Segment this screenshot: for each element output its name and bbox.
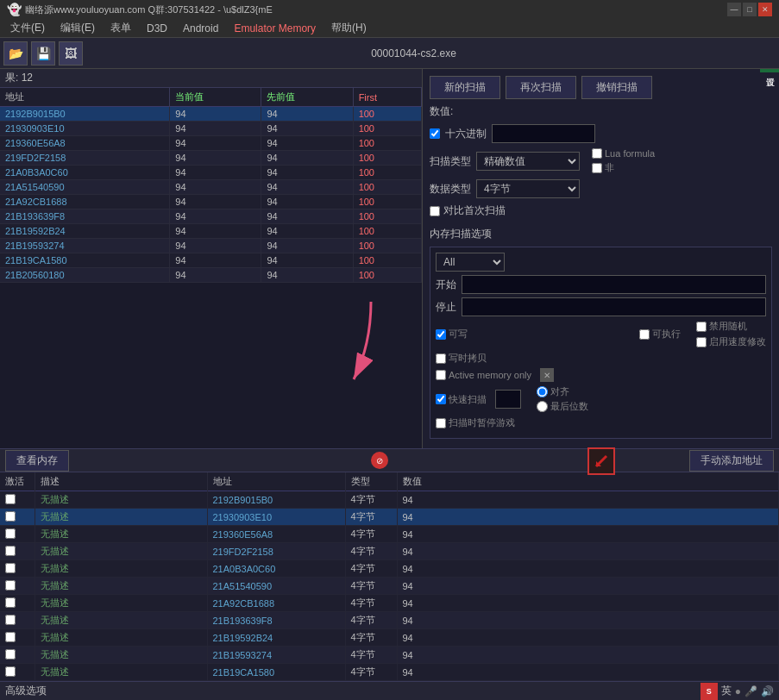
fast-scan-input[interactable]: 4 bbox=[495, 390, 521, 409]
non-label: 非 bbox=[605, 161, 614, 174]
stop-icon[interactable]: ⊘ bbox=[371, 452, 388, 469]
bottom-table-row[interactable]: 无描述 21A92CB1688 4字节 94 bbox=[0, 595, 779, 612]
scan-table-row[interactable]: 219360E56A8 94 94 100 bbox=[0, 136, 422, 151]
copy-write-checkbox[interactable] bbox=[436, 353, 446, 364]
minimize-button[interactable]: — bbox=[727, 3, 741, 16]
compare-first-label: 对比首次扫描 bbox=[443, 203, 506, 218]
view-memory-button[interactable]: 查看内存 bbox=[5, 450, 69, 472]
value-input[interactable]: 94 bbox=[492, 124, 595, 143]
scan-options: Lua formula 非 bbox=[592, 148, 655, 174]
menu-d3d[interactable]: D3D bbox=[140, 21, 174, 36]
maximize-button[interactable]: □ bbox=[743, 3, 757, 16]
pause-scan-checkbox[interactable] bbox=[436, 418, 446, 428]
col-prev: 先前值 bbox=[261, 88, 353, 107]
stop-addr-input[interactable]: 00007fffffffffff bbox=[462, 297, 766, 316]
bottom-table-row[interactable]: 无描述 21B19592B24 4字节 94 bbox=[0, 629, 779, 647]
non-checkbox[interactable] bbox=[592, 163, 602, 173]
title-bar-left: 👻 幽络源www.youluoyuan.com Q群:307531422 - \… bbox=[7, 3, 273, 16]
start-addr-input[interactable]: 0000000000000000 bbox=[462, 275, 766, 294]
menu-emulator-memory[interactable]: Emulator Memory bbox=[227, 21, 323, 36]
scan-table-row[interactable]: 219FD2F2158 94 94 100 bbox=[0, 151, 422, 166]
menu-edit[interactable]: 编辑(E) bbox=[53, 19, 102, 37]
fast-scan-checkbox[interactable] bbox=[436, 394, 446, 404]
status-bar: 高级选项 S 英 ● 🎤 🔊 bbox=[0, 681, 779, 700]
title-bar-text: 幽络源www.youluoyuan.com Q群:307531422 - \u$… bbox=[25, 3, 273, 16]
cancel-scan-button[interactable]: 撤销扫描 bbox=[581, 76, 652, 99]
scan-table-row[interactable]: 2192B9015B0 94 94 100 bbox=[0, 107, 422, 122]
scan-table-row[interactable]: 21B19CA1580 94 94 100 bbox=[0, 253, 422, 268]
advanced-options-label[interactable]: 高级选项 bbox=[5, 684, 47, 698]
toolbar-icon-btn[interactable]: 🖼 bbox=[59, 41, 83, 66]
row-active-checkbox[interactable] bbox=[5, 666, 16, 677]
close-button[interactable]: ✕ bbox=[758, 3, 772, 16]
col-addr: 地址 bbox=[0, 88, 170, 107]
bottom-table-row[interactable]: 无描述 21B19CA1580 4字节 94 bbox=[0, 664, 779, 681]
row-active-checkbox[interactable] bbox=[5, 597, 16, 608]
active-memory-checkbox[interactable] bbox=[436, 370, 446, 380]
row-active-checkbox[interactable] bbox=[5, 649, 16, 659]
settings-tab[interactable]: 设置 bbox=[760, 69, 779, 72]
last-bit-label: 最后位数 bbox=[550, 400, 588, 413]
rescan-button[interactable]: 再次扫描 bbox=[506, 76, 576, 99]
menu-table[interactable]: 表单 bbox=[104, 19, 138, 37]
bottom-table-row[interactable]: 无描述 219360E56A8 4字节 94 bbox=[0, 526, 779, 543]
menu-help[interactable]: 帮助(H) bbox=[324, 19, 374, 37]
bottom-table-row[interactable]: 无描述 219FD2F2158 4字节 94 bbox=[0, 543, 779, 560]
scan-table-row[interactable]: 21A51540590 94 94 100 bbox=[0, 180, 422, 195]
menu-android[interactable]: Android bbox=[176, 21, 225, 36]
col-desc: 描述 bbox=[35, 472, 207, 491]
fast-scan-label: 快速扫描 bbox=[449, 393, 487, 406]
scan-type-row: 扫描类型 精确数值 Lua formula 非 bbox=[430, 148, 772, 174]
lua-checkbox[interactable] bbox=[592, 148, 602, 159]
col-active: 激活 bbox=[0, 472, 35, 491]
row-active-checkbox[interactable] bbox=[5, 632, 16, 642]
compare-first-checkbox[interactable] bbox=[430, 206, 440, 216]
col-val: 数值 bbox=[397, 472, 779, 491]
compare-row: 对比首次扫描 bbox=[430, 203, 772, 218]
disable-random-checkbox[interactable] bbox=[696, 322, 707, 332]
scan-results-table: 地址 当前值 先前值 First 2192B9015B0 94 94 100 2… bbox=[0, 88, 422, 448]
scan-table-row[interactable]: 21B20560180 94 94 100 bbox=[0, 268, 422, 283]
data-type-row: 数据类型 4字节 bbox=[430, 179, 772, 198]
arrow-icon bbox=[591, 451, 612, 472]
row-active-checkbox[interactable] bbox=[5, 615, 16, 625]
bottom-table-row[interactable]: 无描述 21A51540590 4字节 94 bbox=[0, 578, 779, 595]
row-active-checkbox[interactable] bbox=[5, 563, 16, 573]
memory-type-select[interactable]: All bbox=[436, 253, 505, 272]
readable-checkbox[interactable] bbox=[436, 329, 446, 340]
scan-table-row[interactable]: 21B19592B24 94 94 100 bbox=[0, 224, 422, 239]
col-type: 类型 bbox=[345, 472, 397, 491]
scan-table-row[interactable]: 21930903E10 94 94 100 bbox=[0, 122, 422, 136]
bottom-table-row[interactable]: 无描述 2192B9015B0 4字节 94 bbox=[0, 491, 779, 509]
bottom-table-row[interactable]: 无描述 21B193639F8 4字节 94 bbox=[0, 612, 779, 629]
toolbar-open-btn[interactable]: 📂 bbox=[3, 41, 28, 66]
row-active-checkbox[interactable] bbox=[5, 511, 16, 522]
scan-table-row[interactable]: 21A0B3A0C60 94 94 100 bbox=[0, 166, 422, 180]
executable-checkbox[interactable] bbox=[639, 329, 650, 340]
enable-speedmod-checkbox[interactable] bbox=[696, 337, 707, 347]
toolbar-save-btn[interactable]: 💾 bbox=[31, 41, 55, 66]
last-bit-radio[interactable] bbox=[537, 401, 548, 412]
toolbar: 📂 💾 🖼 00001044-cs2.exe € bbox=[0, 38, 779, 69]
bottom-table-row[interactable]: 无描述 21930903E10 4字节 94 bbox=[0, 509, 779, 526]
stop-label: 停止 bbox=[436, 300, 456, 315]
scan-type-select[interactable]: 精确数值 bbox=[476, 152, 580, 171]
menu-file[interactable]: 文件(E) bbox=[3, 19, 52, 37]
data-type-select[interactable]: 4字节 bbox=[476, 179, 580, 198]
new-scan-button[interactable]: 新的扫描 bbox=[430, 76, 500, 99]
bottom-table-row[interactable]: 无描述 21A0B3A0C60 4字节 94 bbox=[0, 560, 779, 578]
row-active-checkbox[interactable] bbox=[5, 528, 16, 539]
row-active-checkbox[interactable] bbox=[5, 580, 16, 591]
scan-table-row[interactable]: 21B19593274 94 94 100 bbox=[0, 239, 422, 253]
hex-checkbox[interactable] bbox=[430, 128, 440, 139]
lang-indicator: 英 bbox=[721, 684, 732, 698]
row-active-checkbox[interactable] bbox=[5, 494, 16, 504]
scan-table-row[interactable]: 21B193639F8 94 94 100 bbox=[0, 209, 422, 224]
bottom-table: 激活 描述 地址 类型 数值 无描述 2192B9015B0 4字节 94 无描… bbox=[0, 472, 779, 681]
align-radio[interactable] bbox=[537, 386, 548, 397]
row-active-checkbox[interactable] bbox=[5, 546, 16, 556]
active-memory-close[interactable]: ✕ bbox=[540, 368, 554, 382]
bottom-table-row[interactable]: 无描述 21B19593274 4字节 94 bbox=[0, 647, 779, 664]
scan-table-row[interactable]: 21A92CB1688 94 94 100 bbox=[0, 195, 422, 209]
value-label: 数值: bbox=[430, 104, 453, 119]
